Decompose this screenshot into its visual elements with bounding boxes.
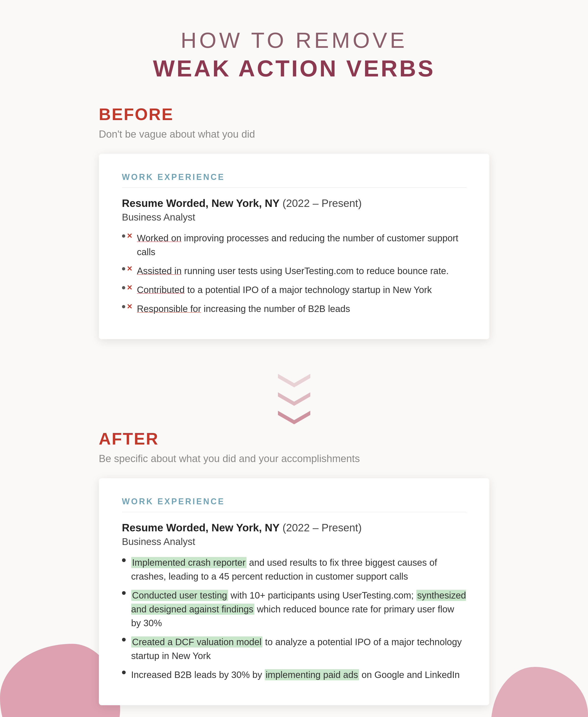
bullet-rest-2: running user tests using UserTesting.com… xyxy=(184,266,449,276)
after-dot-3 xyxy=(122,638,126,642)
x-icon-4: ✕ xyxy=(127,303,132,310)
after-role: Business Analyst xyxy=(122,536,466,547)
weak-phrase-1: Worked on xyxy=(137,233,182,243)
after-bullet-1: Implemented crash reporter and used resu… xyxy=(122,556,466,583)
before-bullet-1: ✕ Worked on improving processes and redu… xyxy=(122,231,466,259)
x-icon-3: ✕ xyxy=(127,284,132,291)
page-container: HOW TO REMOVE WEAK ACTION VERBS BEFORE D… xyxy=(0,0,588,717)
chevron-2 xyxy=(278,376,310,392)
before-bullet-2: ✕ Assisted in running user tests using U… xyxy=(122,264,466,278)
after-bullet-3: Created a DCF valuation model to analyze… xyxy=(122,635,466,663)
dot-2 xyxy=(122,267,125,270)
chevrons xyxy=(278,358,310,411)
after-bullet-text-2: Conducted user testing with 10+ particip… xyxy=(131,588,466,630)
after-middle-2: with 10+ participants using UserTesting.… xyxy=(231,590,416,601)
dot-3 xyxy=(122,286,125,289)
after-bullet-4: Increased B2B leads by 30% by implementi… xyxy=(122,668,466,682)
after-dot-4 xyxy=(122,671,126,674)
before-date: (2022 – Present) xyxy=(282,197,362,209)
title-bold: WEAK ACTION VERBS xyxy=(99,55,489,82)
after-work-exp-label: WORK EXPERIENCE xyxy=(122,497,466,512)
after-company: Resume Worded, New York, NY xyxy=(122,522,280,534)
before-bullet-text-4: Responsible for increasing the number of… xyxy=(137,302,350,316)
before-company: Resume Worded, New York, NY xyxy=(122,197,280,209)
before-resume-card: WORK EXPERIENCE Resume Worded, New York,… xyxy=(99,154,489,339)
chevron-3 xyxy=(278,395,310,411)
after-resume-card: WORK EXPERIENCE Resume Worded, New York,… xyxy=(99,478,489,705)
after-bullet-text-3: Created a DCF valuation model to analyze… xyxy=(131,635,466,663)
bullet-dot-x-3: ✕ xyxy=(122,284,132,291)
bullet-dot-x-2: ✕ xyxy=(122,265,132,272)
after-pre-4: Increased B2B leads by 30% by xyxy=(131,670,265,680)
dot-1 xyxy=(122,234,125,238)
main-title: HOW TO REMOVE WEAK ACTION VERBS xyxy=(99,28,489,82)
after-highlight-1: Implemented crash reporter xyxy=(131,557,247,568)
x-icon-2: ✕ xyxy=(127,265,132,272)
before-label: BEFORE xyxy=(99,105,489,124)
before-job-title: Resume Worded, New York, NY (2022 – Pres… xyxy=(122,197,466,210)
before-bullet-text-3: Contributed to a potential IPO of a majo… xyxy=(137,283,432,297)
after-label: AFTER xyxy=(99,429,489,448)
after-subtitle: Be specific about what you did and your … xyxy=(99,453,489,464)
before-section: BEFORE Don't be vague about what you did… xyxy=(99,105,489,339)
after-highlight-4: implementing paid ads xyxy=(265,669,359,680)
bullet-dot-x-1: ✕ xyxy=(122,233,132,239)
weak-phrase-2: Assisted in xyxy=(137,266,182,276)
before-bullet-3: ✕ Contributed to a potential IPO of a ma… xyxy=(122,283,466,297)
main-content: HOW TO REMOVE WEAK ACTION VERBS BEFORE D… xyxy=(80,0,508,717)
after-dot-1 xyxy=(122,558,126,562)
bullet-rest-1: improving processes and reducing the num… xyxy=(137,233,458,257)
after-dot-2 xyxy=(122,591,126,595)
after-section: AFTER Be specific about what you did and… xyxy=(99,429,489,705)
after-bullet-2: Conducted user testing with 10+ particip… xyxy=(122,588,466,630)
before-work-exp-label: WORK EXPERIENCE xyxy=(122,172,466,188)
before-bullet-text-2: Assisted in running user tests using Use… xyxy=(137,264,449,278)
after-rest-4: on Google and LinkedIn xyxy=(362,670,460,680)
bullet-rest-3: to a potential IPO of a major technology… xyxy=(187,285,432,295)
title-normal: HOW TO REMOVE xyxy=(181,28,407,52)
before-subtitle: Don't be vague about what you did xyxy=(99,128,489,140)
after-bullet-text-1: Implemented crash reporter and used resu… xyxy=(131,556,466,583)
bullet-rest-4: increasing the number of B2B leads xyxy=(204,304,350,314)
bullet-dot-x-4: ✕ xyxy=(122,303,132,310)
before-bullets: ✕ Worked on improving processes and redu… xyxy=(122,231,466,316)
after-highlight-2a: Conducted user testing xyxy=(131,590,228,601)
before-role: Business Analyst xyxy=(122,212,466,223)
before-bullet-4: ✕ Responsible for increasing the number … xyxy=(122,302,466,316)
after-highlight-3: Created a DCF valuation model xyxy=(131,636,262,648)
after-date: (2022 – Present) xyxy=(282,522,362,534)
weak-phrase-3: Contributed xyxy=(137,285,185,295)
chevron-1 xyxy=(278,358,310,374)
weak-phrase-4: Responsible for xyxy=(137,304,201,314)
arrows-container xyxy=(99,358,489,411)
before-bullet-text-1: Worked on improving processes and reduci… xyxy=(137,231,466,259)
after-bullets: Implemented crash reporter and used resu… xyxy=(122,556,466,682)
dot-4 xyxy=(122,305,125,308)
after-bullet-text-4: Increased B2B leads by 30% by implementi… xyxy=(131,668,460,682)
x-icon-1: ✕ xyxy=(127,233,132,239)
after-job-title: Resume Worded, New York, NY (2022 – Pres… xyxy=(122,521,466,534)
